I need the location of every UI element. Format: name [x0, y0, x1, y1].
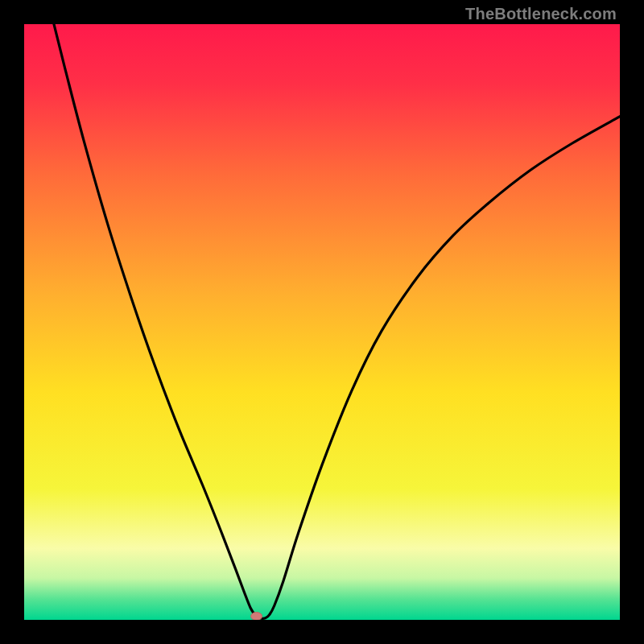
gradient-background: [24, 24, 620, 620]
plot-area: [24, 24, 620, 620]
chart-frame: TheBottleneck.com: [0, 0, 644, 644]
watermark-text: TheBottleneck.com: [465, 5, 617, 23]
optimum-marker: [251, 613, 262, 620]
chart-svg: [24, 24, 620, 620]
